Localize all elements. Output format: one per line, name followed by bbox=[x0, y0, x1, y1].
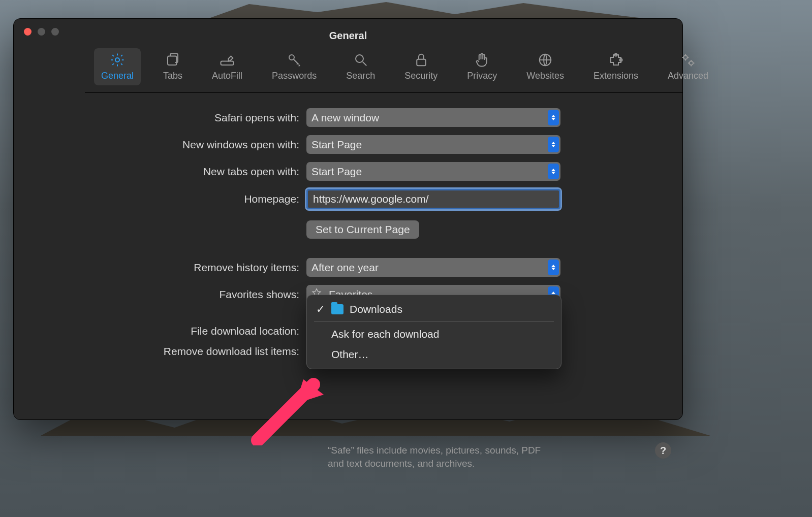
new-tabs-select[interactable]: Start Page bbox=[306, 162, 560, 181]
download-location-menu: ✓ Downloads Ask for each download Other… bbox=[306, 295, 561, 369]
tab-label: General bbox=[101, 71, 134, 81]
gears-icon bbox=[679, 52, 697, 68]
menu-item-other[interactable]: Other… bbox=[307, 344, 561, 365]
close-window-button[interactable] bbox=[24, 28, 32, 36]
new-tabs-label: New tabs open with: bbox=[14, 166, 306, 178]
svg-point-4 bbox=[356, 55, 363, 62]
preferences-toolbar: General Tabs AutoFill Passwords Search S… bbox=[85, 44, 682, 93]
lock-icon bbox=[413, 52, 430, 68]
tab-tabs[interactable]: Tabs bbox=[156, 48, 190, 85]
globe-icon bbox=[537, 52, 554, 68]
tab-search[interactable]: Search bbox=[339, 48, 382, 85]
window-controls bbox=[14, 28, 69, 36]
remove-history-label: Remove history items: bbox=[14, 262, 306, 274]
tab-label: Tabs bbox=[163, 71, 182, 81]
tabs-icon bbox=[164, 52, 181, 68]
svg-point-3 bbox=[289, 55, 294, 60]
new-windows-select[interactable]: Start Page bbox=[306, 135, 560, 154]
svg-point-10 bbox=[690, 61, 694, 66]
set-current-page-button[interactable]: Set to Current Page bbox=[306, 220, 419, 239]
remove-history-select[interactable]: After one year bbox=[306, 258, 560, 277]
svg-rect-2 bbox=[221, 61, 234, 66]
chevron-updown-icon bbox=[548, 137, 559, 152]
new-windows-label: New windows open with: bbox=[14, 139, 306, 151]
svg-rect-1 bbox=[168, 56, 177, 66]
preferences-window: General General Tabs AutoFill Passwords … bbox=[13, 18, 683, 420]
tab-label: Websites bbox=[526, 71, 564, 81]
svg-point-0 bbox=[115, 58, 119, 62]
tab-extensions[interactable]: Extensions bbox=[586, 48, 645, 85]
menu-separator bbox=[314, 321, 554, 322]
opens-with-select[interactable]: A new window bbox=[306, 108, 560, 127]
remove-downloads-label: Remove download list items: bbox=[14, 345, 306, 358]
chevron-updown-icon bbox=[548, 260, 559, 275]
chevron-updown-icon bbox=[548, 164, 559, 179]
key-icon bbox=[286, 52, 303, 68]
tab-autofill[interactable]: AutoFill bbox=[205, 48, 249, 85]
search-icon bbox=[352, 52, 369, 68]
tab-label: Extensions bbox=[594, 71, 638, 81]
pencil-field-icon bbox=[218, 52, 236, 68]
content-area: Safari opens with: A new window New wind… bbox=[14, 93, 682, 470]
folder-icon bbox=[331, 304, 343, 314]
opens-with-label: Safari opens with: bbox=[14, 112, 306, 124]
tab-general[interactable]: General bbox=[94, 48, 141, 85]
menu-item-ask[interactable]: Ask for each download bbox=[307, 324, 561, 344]
zoom-window-button[interactable] bbox=[51, 28, 59, 36]
svg-rect-5 bbox=[417, 59, 426, 66]
menu-item-downloads[interactable]: ✓ Downloads bbox=[307, 299, 561, 319]
hand-icon bbox=[474, 52, 491, 68]
tab-label: Security bbox=[404, 71, 438, 81]
favorites-label: Favorites shows: bbox=[14, 288, 306, 301]
safe-files-help-text: “Safe” files include movies, pictures, s… bbox=[328, 444, 551, 470]
chevron-updown-icon bbox=[548, 110, 559, 125]
tab-label: AutoFill bbox=[212, 71, 242, 81]
gear-icon bbox=[109, 52, 126, 68]
tab-label: Advanced bbox=[668, 71, 708, 81]
tab-privacy[interactable]: Privacy bbox=[460, 48, 504, 85]
minimize-window-button[interactable] bbox=[38, 28, 45, 36]
check-icon: ✓ bbox=[316, 303, 325, 315]
tab-label: Search bbox=[346, 71, 375, 81]
tab-security[interactable]: Security bbox=[397, 48, 445, 85]
homepage-input[interactable] bbox=[306, 189, 560, 209]
homepage-label: Homepage: bbox=[14, 193, 306, 205]
svg-point-9 bbox=[683, 55, 688, 59]
download-location-label: File download location: bbox=[14, 325, 306, 337]
tab-label: Passwords bbox=[272, 71, 317, 81]
tab-passwords[interactable]: Passwords bbox=[265, 48, 324, 85]
window-title: General bbox=[14, 30, 682, 42]
tab-label: Privacy bbox=[467, 71, 497, 81]
titlebar: General bbox=[14, 19, 682, 44]
tab-advanced[interactable]: Advanced bbox=[661, 48, 715, 85]
help-button[interactable]: ? bbox=[655, 442, 671, 459]
puzzle-icon bbox=[607, 52, 624, 68]
tab-websites[interactable]: Websites bbox=[519, 48, 571, 85]
